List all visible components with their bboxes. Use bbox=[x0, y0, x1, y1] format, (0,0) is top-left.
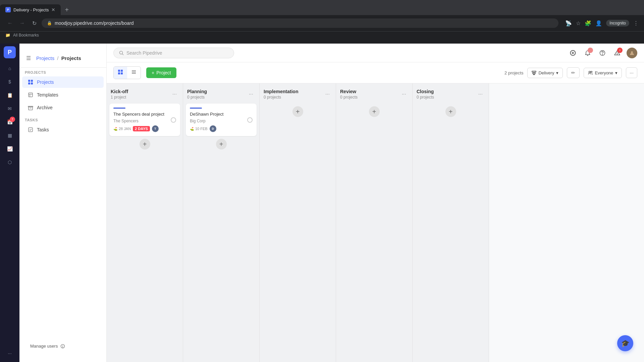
column-more-button-closing[interactable]: ··· bbox=[476, 90, 485, 98]
rail-icon-mail[interactable]: ✉ bbox=[4, 103, 16, 115]
card-radio-card1[interactable] bbox=[171, 117, 176, 123]
forward-button[interactable]: → bbox=[17, 18, 27, 28]
alerts-button[interactable]: 1 bbox=[612, 48, 623, 58]
svg-rect-8 bbox=[29, 107, 33, 110]
sidebar: ☰ Projects / Projects PROJECTS Projects … bbox=[19, 44, 107, 362]
board-column-implementation: Implementation 0 projects ··· + bbox=[260, 83, 336, 362]
address-bar[interactable]: 🔒 moodjoy.pipedrive.com/projects/board bbox=[42, 18, 558, 28]
delivery-filter-label: Delivery bbox=[538, 70, 554, 75]
help-button[interactable] bbox=[597, 48, 608, 58]
column-more-button-kickoff[interactable]: ··· bbox=[170, 90, 179, 98]
cast-icon[interactable]: 📡 bbox=[565, 20, 572, 26]
add-card-button-review[interactable]: + bbox=[369, 106, 380, 117]
svg-rect-27 bbox=[118, 72, 120, 74]
svg-point-13 bbox=[63, 347, 63, 347]
menu-icon[interactable]: ⋮ bbox=[633, 20, 639, 26]
archive-icon bbox=[28, 105, 34, 111]
svg-rect-3 bbox=[31, 82, 33, 84]
add-card-button-planning[interactable]: + bbox=[216, 139, 227, 149]
rail-icon-products[interactable]: ⬡ bbox=[4, 156, 16, 168]
svg-point-20 bbox=[602, 54, 603, 55]
svg-rect-1 bbox=[31, 80, 33, 82]
new-tab-button[interactable]: + bbox=[61, 5, 73, 15]
delivery-filter-button[interactable]: Delivery ▾ bbox=[527, 68, 563, 78]
reload-button[interactable]: ↻ bbox=[30, 18, 39, 28]
projects-count: 2 projects bbox=[504, 70, 523, 75]
delivery-filter-chevron: ▾ bbox=[556, 70, 558, 75]
column-header-kickoff: Kick-off 1 project ··· bbox=[107, 83, 183, 102]
sidebar-toggle-button[interactable]: ☰ bbox=[26, 55, 31, 61]
board-column-review: Review 0 projects ··· + bbox=[336, 83, 413, 362]
breadcrumb-parent[interactable]: Projects bbox=[36, 55, 54, 61]
add-global-button[interactable] bbox=[568, 48, 578, 58]
app-logo[interactable]: P bbox=[4, 46, 16, 58]
left-rail: P ⌂ $ 📋 ✉ 📅 7 ▦ 📈 ⬡ ··· bbox=[0, 44, 19, 362]
column-more-button-implementation[interactable]: ··· bbox=[323, 90, 332, 98]
header-actions: 1 bbox=[568, 48, 637, 58]
everyone-filter-chevron: ▾ bbox=[615, 70, 618, 75]
rail-icon-deals[interactable]: $ bbox=[4, 76, 16, 88]
rail-icon-projects[interactable]: 📋 bbox=[4, 89, 16, 101]
svg-rect-26 bbox=[121, 70, 123, 72]
column-title-review: Review bbox=[340, 89, 358, 94]
project-card-card2[interactable]: DeShawn Project Big Corp ⛳ 10 FEB D bbox=[186, 104, 257, 136]
rail-icon-calendar[interactable]: 📅 7 bbox=[4, 116, 16, 128]
rail-icon-home[interactable]: ⌂ bbox=[4, 62, 16, 74]
column-more-button-planning[interactable]: ··· bbox=[247, 90, 255, 98]
extensions-icon[interactable]: 🧩 bbox=[585, 20, 591, 26]
board-view-button[interactable] bbox=[114, 67, 127, 79]
notification-badge bbox=[588, 48, 593, 53]
project-card-card1[interactable]: The Spencers deal project The Spencers ⛳… bbox=[109, 104, 180, 136]
column-title-planning: Planning bbox=[187, 89, 207, 94]
sidebar-item-templates[interactable]: Templates bbox=[22, 89, 104, 101]
tab-favicon: P bbox=[5, 7, 11, 12]
sidebar-item-projects[interactable]: Projects bbox=[22, 76, 104, 88]
svg-point-14 bbox=[120, 51, 123, 54]
everyone-filter-button[interactable]: Everyone ▾ bbox=[584, 68, 622, 78]
add-project-label: Project bbox=[156, 70, 171, 75]
column-body-closing: + bbox=[413, 102, 489, 362]
sidebar-item-archive[interactable]: Archive bbox=[22, 102, 104, 113]
card-indicator-card1 bbox=[113, 108, 125, 109]
search-bar[interactable]: Search Pipedrive bbox=[113, 48, 234, 58]
column-more-button-review[interactable]: ··· bbox=[400, 90, 408, 98]
column-count-planning: 0 projects bbox=[187, 95, 207, 100]
sidebar-item-archive-label: Archive bbox=[37, 105, 53, 110]
column-header-implementation: Implementation 0 projects ··· bbox=[260, 83, 336, 102]
user-avatar[interactable] bbox=[627, 48, 637, 58]
profile-icon[interactable]: 👤 bbox=[595, 20, 602, 26]
back-button[interactable]: ← bbox=[5, 18, 15, 28]
help-fab-button[interactable]: 🎓 bbox=[617, 335, 633, 351]
notifications-button[interactable] bbox=[582, 48, 593, 58]
card-radio-card2[interactable] bbox=[247, 117, 253, 123]
browser-tab[interactable]: P Delivery - Projects ✕ bbox=[0, 4, 61, 15]
svg-rect-2 bbox=[28, 82, 30, 84]
card-avatar-card1: T bbox=[152, 125, 159, 132]
bookmark-icon[interactable]: ☆ bbox=[576, 20, 581, 26]
breadcrumb-current: Projects bbox=[61, 55, 81, 61]
add-card-button-kickoff[interactable]: + bbox=[140, 139, 150, 149]
add-card-button-implementation[interactable]: + bbox=[292, 106, 303, 117]
toolbar-more-button[interactable]: ··· bbox=[626, 67, 637, 78]
rail-icon-table[interactable]: ▦ bbox=[4, 129, 16, 141]
rail-icon-chart[interactable]: 📈 bbox=[4, 143, 16, 155]
sidebar-item-tasks[interactable]: Tasks bbox=[22, 124, 104, 135]
svg-rect-28 bbox=[121, 72, 123, 74]
rail-icon-more[interactable]: ··· bbox=[4, 347, 16, 359]
tab-close-button[interactable]: ✕ bbox=[51, 7, 55, 12]
manage-users-link[interactable]: Manage users bbox=[25, 341, 101, 351]
column-header-planning: Planning 0 projects ··· bbox=[183, 83, 259, 102]
add-project-button[interactable]: + Project bbox=[146, 67, 176, 78]
svg-rect-25 bbox=[118, 70, 120, 72]
add-card-button-closing[interactable]: + bbox=[445, 106, 456, 117]
card-date-card2: ⛳ 10 FEB bbox=[190, 127, 208, 131]
card-date-icon-card1: ⛳ bbox=[113, 127, 117, 131]
card-title-card2: DeShawn Project bbox=[190, 111, 253, 117]
column-header-review: Review 0 projects ··· bbox=[336, 83, 412, 102]
svg-rect-4 bbox=[29, 93, 33, 97]
card-org-card2: Big Corp bbox=[190, 119, 253, 123]
list-view-button[interactable] bbox=[127, 67, 141, 79]
sidebar-footer: Manage users bbox=[19, 336, 106, 357]
svg-rect-33 bbox=[533, 73, 535, 74]
edit-button[interactable]: ✏ bbox=[567, 67, 580, 78]
